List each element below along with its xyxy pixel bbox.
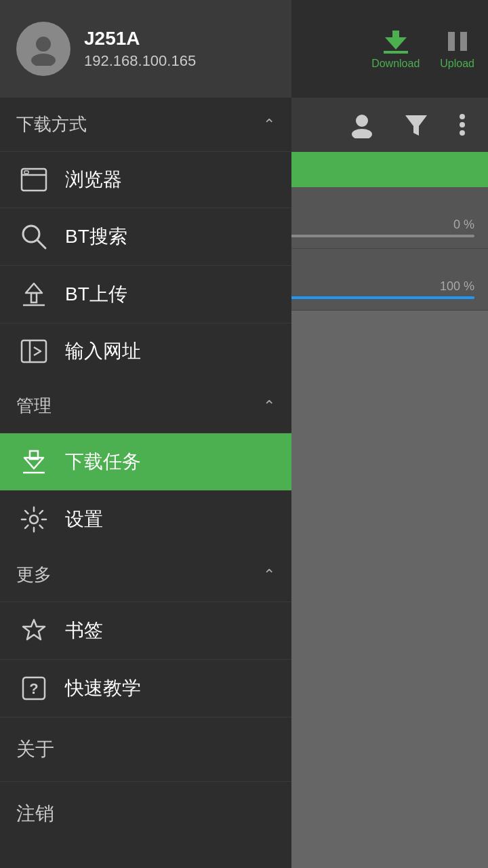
svg-marker-27 xyxy=(23,620,45,639)
tab-upload[interactable]: Upload xyxy=(440,28,474,70)
svg-text:?: ? xyxy=(29,680,38,697)
svg-marker-18 xyxy=(26,283,42,293)
svg-rect-4 xyxy=(460,32,467,51)
menu-item-browser-label: 浏览器 xyxy=(65,167,122,193)
upload-icon xyxy=(16,281,52,308)
menu-item-input-url[interactable]: 输入网址 xyxy=(0,323,291,379)
user-ip: 192.168.100.165 xyxy=(84,52,196,70)
section-header-manage[interactable]: 管理 ⌃ xyxy=(0,379,291,433)
svg-rect-3 xyxy=(448,32,455,51)
tab-download-label: Download xyxy=(371,58,420,70)
svg-point-26 xyxy=(30,515,38,524)
svg-rect-15 xyxy=(24,171,28,174)
user-name: J251A xyxy=(84,28,196,50)
menu-item-download-task-label: 下载任务 xyxy=(65,449,141,475)
chevron-up-icon: ⌃ xyxy=(263,116,275,134)
svg-point-10 xyxy=(460,130,465,136)
menu-item-bt-search[interactable]: BT搜索 xyxy=(0,208,291,265)
section-title-manage: 管理 xyxy=(16,394,52,418)
flat-item-logout[interactable]: 注销 xyxy=(0,781,291,846)
browser-icon xyxy=(16,167,52,192)
download-item-1-progress: 0 % xyxy=(453,218,474,232)
menu-item-bt-upload[interactable]: BT上传 xyxy=(0,265,291,323)
svg-marker-7 xyxy=(405,115,427,136)
menu-item-download-task[interactable]: 下载任务 xyxy=(0,433,291,490)
settings-icon xyxy=(16,506,52,533)
svg-point-8 xyxy=(460,114,465,119)
svg-rect-1 xyxy=(392,31,399,40)
user-info: J251A 192.168.100.165 xyxy=(84,28,196,70)
bookmark-icon xyxy=(16,617,52,644)
chevron-up-icon-more: ⌃ xyxy=(263,566,275,584)
menu-item-input-url-label: 输入网址 xyxy=(65,338,141,364)
tab-upload-label: Upload xyxy=(440,58,474,70)
flat-item-about[interactable]: 关于 xyxy=(0,717,291,781)
menu-item-settings-label: 设置 xyxy=(65,507,103,532)
svg-point-6 xyxy=(352,129,372,138)
filter-icon[interactable] xyxy=(403,111,430,138)
menu-item-bt-upload-label: BT上传 xyxy=(65,281,127,307)
menu-item-bt-search-label: BT搜索 xyxy=(65,224,127,250)
menu-item-bookmarks-label: 书签 xyxy=(65,618,103,644)
section-title-download-method: 下载方式 xyxy=(16,113,87,136)
user-icon[interactable] xyxy=(348,111,375,138)
drawer-user-header[interactable]: J251A 192.168.100.165 xyxy=(0,0,291,98)
svg-rect-13 xyxy=(22,169,46,191)
menu-item-tutorial-label: 快速教学 xyxy=(65,675,141,701)
svg-line-17 xyxy=(37,240,45,248)
input-url-icon xyxy=(16,339,52,363)
drawer: J251A 192.168.100.165 下载方式 ⌃ 浏览器 BT搜索 xyxy=(0,0,291,868)
section-header-more[interactable]: 更多 ⌃ xyxy=(0,548,291,601)
menu-item-tutorial[interactable]: ? 快速教学 xyxy=(0,659,291,717)
menu-item-settings[interactable]: 设置 xyxy=(0,490,291,548)
download-item-2-progress: 100 % xyxy=(440,279,474,294)
more-icon[interactable] xyxy=(457,111,468,138)
menu-item-browser[interactable]: 浏览器 xyxy=(0,151,291,208)
avatar xyxy=(16,22,70,76)
menu-item-bookmarks[interactable]: 书签 xyxy=(0,601,291,659)
flat-item-about-label: 关于 xyxy=(16,738,54,760)
svg-rect-2 xyxy=(384,51,408,54)
svg-point-11 xyxy=(36,37,51,52)
svg-rect-19 xyxy=(31,293,37,302)
tab-download[interactable]: Download xyxy=(371,28,420,70)
svg-point-9 xyxy=(460,122,465,127)
section-header-download-method[interactable]: 下载方式 ⌃ xyxy=(0,98,291,151)
svg-rect-21 xyxy=(22,340,46,362)
svg-point-5 xyxy=(356,115,368,127)
section-title-more: 更多 xyxy=(16,563,52,587)
flat-item-logout-label: 注销 xyxy=(16,803,54,824)
tutorial-icon: ? xyxy=(16,675,52,702)
chevron-up-icon-manage: ⌃ xyxy=(263,397,275,415)
svg-point-12 xyxy=(31,54,56,66)
search-icon xyxy=(16,223,52,250)
download-task-icon xyxy=(16,448,52,475)
